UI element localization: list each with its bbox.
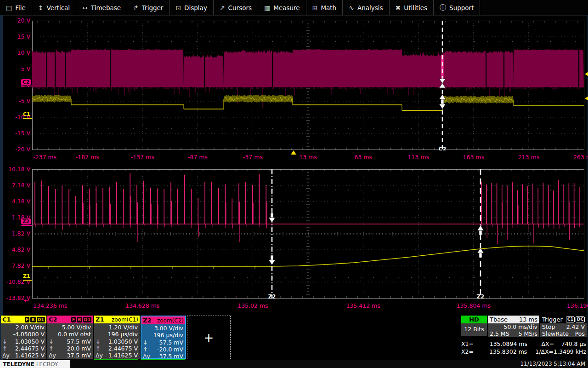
cursor-glyph: Δy xyxy=(96,352,105,359)
menu-item-label-support: Support xyxy=(449,4,474,12)
zoom-ylabel-2: 4.18 V xyxy=(2,198,30,205)
zoom-ylabel-0: 10.18 V xyxy=(2,166,30,173)
descriptor-value: 0.0 mV ofst xyxy=(58,331,91,338)
cursor-glyph: ↑ xyxy=(2,345,11,352)
spacer xyxy=(49,331,58,338)
zoom-ylabel-6: -7.82 V xyxy=(2,262,30,270)
hd-resolution-box[interactable]: HD 12 Bits xyxy=(461,316,487,336)
cursor-readout-row1: X1= 135.0894 ms ΔX= 740.8 µs xyxy=(461,340,586,348)
descriptor-value: 1.03050 V xyxy=(11,338,45,345)
trace-descriptor-Z2[interactable]: Z2zoom(C2)3.00 V/div196 µs/div↓-57.5 mV↑… xyxy=(141,316,186,359)
channel-marker-Z2[interactable]: Z2 xyxy=(21,218,31,224)
zoom-xlabel-3: 135.412 ms xyxy=(341,302,385,310)
tbase-samplerate: 5 MS/s xyxy=(519,330,537,337)
zoom-cursor-x2-label: Z2 xyxy=(477,293,484,299)
descriptor-value: 2.44675 V xyxy=(105,345,138,352)
menu-item-file[interactable]: ▤File xyxy=(0,0,32,15)
menu-item-timebase[interactable]: ↔Timebase xyxy=(76,0,127,15)
descriptor-row-0: 2.00 V/div xyxy=(2,324,45,331)
menu-item-analysis[interactable]: ∿Analysis xyxy=(343,0,389,15)
cursors-icon: ↗ xyxy=(220,4,225,12)
tbase-scale: 50.0 ms/div xyxy=(503,323,537,330)
cursor-glyph: ↓ xyxy=(96,338,105,345)
hd-bits-label: 12 Bits xyxy=(461,323,487,335)
trace-id-C1: C1 xyxy=(2,316,11,323)
descriptor-row-1: 196 µs/div xyxy=(143,332,183,339)
timebase-summary-box[interactable]: Tbase -13 ms 50.0 ms/div 2.5 MS 5 MS/s xyxy=(488,316,539,337)
descriptor-badges: FBD1 xyxy=(71,317,91,322)
trigger-type: SlewRate xyxy=(542,330,569,337)
support-icon: ⓘ xyxy=(440,4,446,12)
descriptor-row-4: Δy1.41625 V xyxy=(96,352,138,359)
descriptor-header-Z1[interactable]: Z1zoom(C1) xyxy=(94,316,140,323)
spacer xyxy=(96,331,105,338)
main-grid[interactable]: C2 xyxy=(32,21,585,150)
trace-descriptor-C1[interactable]: C1FBD12.00 V/div-4.05000 V↓1.03050 V↑2.4… xyxy=(1,316,46,359)
measure-icon: ▥ xyxy=(264,4,270,12)
main-ylabel-5: -5 V xyxy=(2,98,30,105)
main-xlabel-5: 13 ms xyxy=(286,154,330,161)
channel-marker-C2[interactable]: C2 xyxy=(21,79,31,85)
zoom-pan-left-arrow[interactable]: ← xyxy=(24,297,29,304)
main-xlabel-8: 163 ms xyxy=(452,154,496,161)
descriptor-header-C2[interactable]: C2FBD1 xyxy=(47,316,93,323)
menu-item-math[interactable]: ⊞Math xyxy=(306,0,343,15)
menu-item-label-cursors: Cursors xyxy=(228,4,252,12)
descriptor-values: 3.00 V/div196 µs/div↓-57.5 mV↑-20.0 mVΔy… xyxy=(141,324,185,360)
trigger-slope: Pos xyxy=(575,330,585,337)
zoom-ylabel-5: -4.82 V xyxy=(2,246,30,253)
trigger-position-marker[interactable] xyxy=(291,150,296,155)
menu-item-label-timebase: Timebase xyxy=(91,4,121,12)
main-ylabel-3: 5 V xyxy=(2,65,30,73)
utilities-icon: ✖ xyxy=(396,4,401,12)
menu-bar: ▤File↕Vertical↔Timebase↱Trigger⊡Display↗… xyxy=(0,0,588,16)
menu-item-trigger[interactable]: ↱Trigger xyxy=(127,0,170,15)
trigger-level-marker-1[interactable] xyxy=(585,72,588,76)
zoom-grid[interactable]: Z2Z2 xyxy=(32,169,585,299)
descriptor-value: 37.5 mV xyxy=(58,352,91,359)
analysis-icon: ∿ xyxy=(349,4,354,12)
zoom-xlabel-2: 135.02 ms xyxy=(231,302,275,310)
descriptor-value: 196 µs/div xyxy=(152,332,183,339)
idx-value: 1.3499 kHz xyxy=(554,348,586,356)
trace-id-Z1: Z1 xyxy=(96,316,104,323)
trigger-mode: Stop xyxy=(542,323,555,330)
trigger-level: 2.42 V xyxy=(566,323,585,330)
descriptor-value: 1.41625 V xyxy=(105,352,138,359)
descriptor-row-2: ↓1.03050 V xyxy=(96,338,138,345)
trigger-level-marker-2[interactable] xyxy=(585,96,588,101)
tbase-memory: 2.5 MS xyxy=(490,330,509,337)
menu-item-support[interactable]: ⓘSupport xyxy=(434,0,480,15)
descriptor-row-1: 196 µs/div xyxy=(96,331,138,338)
descriptor-value: -20.0 mV xyxy=(152,346,183,353)
menu-item-display[interactable]: ⊡Display xyxy=(170,0,214,15)
descriptor-row-0: 5.00 V/div xyxy=(49,324,91,331)
descriptor-row-4: Δy37.5 mV xyxy=(49,352,91,359)
channel-marker-Z1[interactable]: Z1 xyxy=(23,274,30,279)
descriptor-value: 1.41625 V xyxy=(11,352,45,359)
main-xlabel-6: 63 ms xyxy=(341,154,385,161)
trace-descriptor-Z1[interactable]: Z1zoom(C1)1.20 V/div196 µs/div↓1.03050 V… xyxy=(94,316,140,359)
zoom-source-label: zoom(C2) xyxy=(157,317,184,324)
menu-item-label-file: File xyxy=(15,4,26,12)
menu-item-measure[interactable]: ▥Measure xyxy=(258,0,306,15)
descriptor-header-C1[interactable]: C1FBD1 xyxy=(1,316,46,323)
descriptor-row-3: ↑2.44675 V xyxy=(96,345,138,352)
trigger-source-badge: C1 xyxy=(566,316,575,322)
descriptor-header-Z2[interactable]: Z2zoom(C2) xyxy=(141,316,185,324)
descriptor-value: -20.0 mV xyxy=(58,345,91,352)
descriptor-row-1: 0.0 mV ofst xyxy=(49,331,91,338)
main-ylabel-7: -15 V xyxy=(2,130,30,137)
add-trace-button[interactable]: + xyxy=(187,316,231,359)
menu-item-utilities[interactable]: ✖Utilities xyxy=(390,0,434,15)
menu-item-vertical[interactable]: ↕Vertical xyxy=(32,0,76,15)
menu-item-cursors[interactable]: ↗Cursors xyxy=(214,0,258,15)
badge-F: F xyxy=(71,317,76,322)
cursor-readout-row2: X2= 135.8302 ms 1/ΔX= 1.3499 kHz xyxy=(461,348,586,356)
descriptor-row-0: 3.00 V/div xyxy=(143,325,183,332)
descriptor-values: 1.20 V/div196 µs/div↓1.03050 V↑2.44675 V… xyxy=(94,323,140,359)
trace-descriptor-C2[interactable]: C2FBD15.00 V/div0.0 mV ofst↓-57.5 mV↑-20… xyxy=(47,316,93,359)
badge-B: B xyxy=(30,317,35,322)
channel-marker-C1[interactable]: C1 xyxy=(23,112,30,117)
trigger-summary-box[interactable]: Trigger C1 DC Stop 2.42 V SlewRate Pos xyxy=(540,316,587,337)
